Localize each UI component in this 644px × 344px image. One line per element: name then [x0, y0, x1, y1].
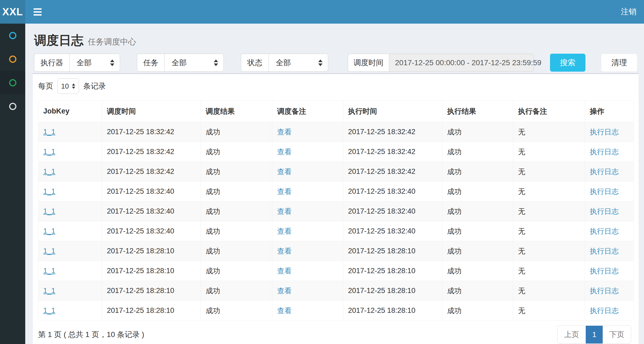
job-filter-select[interactable]: 全部 — [164, 54, 224, 72]
sidebar-item-job-manage[interactable] — [0, 47, 25, 71]
job-key-link[interactable]: 1_1 — [43, 167, 55, 175]
execution-log-link[interactable]: 执行日志 — [590, 188, 619, 196]
trigger-msg-link-cell: 查看 — [272, 202, 343, 221]
job-key-link[interactable]: 1_1 — [43, 148, 55, 156]
filter-bar: 执行器 全部 任务 全部 状态 全部 — [34, 54, 639, 72]
execution-log-link-cell: 执行日志 — [585, 241, 634, 261]
trigger-result-cell: 成功 — [201, 202, 272, 221]
status-filter-value: 全部 — [276, 58, 291, 68]
table-row: 1_12017-12-25 18:32:42成功查看2017-12-25 18:… — [38, 122, 634, 142]
pagination: 上页 1 下页 — [557, 325, 631, 344]
sidebar-item-job-log[interactable] — [0, 71, 25, 94]
trigger-time-cell: 2017-12-25 18:32:42 — [102, 142, 201, 162]
table-header-row: JobKey 调度时间 调度结果 调度备注 执行时间 执行结果 执行备注 操作 — [38, 101, 634, 122]
app-logo: XXL — [0, 0, 25, 24]
execution-log-link[interactable]: 执行日志 — [590, 148, 619, 156]
table-row: 1_12017-12-25 18:32:42成功查看2017-12-25 18:… — [38, 142, 634, 162]
handle-time-cell: 2017-12-25 18:28:10 — [343, 241, 442, 261]
table-footer: 第 1 页 ( 总共 1 页，10 条记录 ) 上页 1 下页 — [38, 325, 633, 344]
trigger-msg-link[interactable]: 查看 — [277, 168, 292, 176]
sidebar-item-dashboard[interactable] — [0, 24, 25, 47]
status-filter-select[interactable]: 全部 — [269, 54, 328, 72]
trigger-msg-link[interactable]: 查看 — [277, 188, 292, 196]
select-arrows-icon — [318, 59, 323, 66]
execution-log-link-cell: 执行日志 — [585, 202, 634, 221]
handle-time-cell: 2017-12-25 18:28:10 — [343, 301, 442, 321]
log-panel: 每页 10 条记录 JobKey 调度时间 调度结果 调度备 — [33, 73, 639, 344]
sidebar-toggle-button[interactable] — [25, 0, 50, 24]
job-key-link[interactable]: 1_1 — [43, 207, 55, 215]
execution-log-link[interactable]: 执行日志 — [590, 227, 619, 235]
handle-msg-cell: 无 — [513, 261, 585, 281]
job-key-link-cell: 1_1 — [38, 281, 102, 301]
job-key-link[interactable]: 1_1 — [43, 247, 55, 255]
handle-result-cell: 成功 — [442, 221, 513, 241]
time-range-input[interactable]: 2017-12-25 00:00:00 - 2017-12-25 23:59:5… — [389, 54, 534, 72]
trigger-result-cell: 成功 — [201, 122, 272, 142]
trigger-msg-link[interactable]: 查看 — [277, 307, 292, 315]
handle-msg-cell: 无 — [513, 122, 585, 142]
per-page-select[interactable]: 10 — [57, 78, 79, 94]
job-key-link-cell: 1_1 — [38, 122, 102, 142]
trigger-result-cell: 成功 — [201, 142, 272, 162]
execution-log-link[interactable]: 执行日志 — [590, 168, 619, 176]
trigger-msg-link[interactable]: 查看 — [277, 227, 292, 235]
page-summary: 第 1 页 ( 总共 1 页，10 条记录 ) — [38, 330, 144, 340]
execution-log-link-cell: 执行日志 — [585, 221, 634, 241]
job-key-link-cell: 1_1 — [38, 261, 102, 281]
trigger-msg-link[interactable]: 查看 — [277, 207, 292, 215]
executor-filter-value: 全部 — [77, 58, 92, 68]
execution-log-link[interactable]: 执行日志 — [590, 247, 619, 255]
search-button[interactable]: 搜索 — [550, 54, 585, 72]
handle-result-cell: 成功 — [442, 241, 513, 261]
trigger-time-cell: 2017-12-25 18:28:10 — [102, 281, 201, 301]
hamburger-icon — [34, 8, 42, 10]
handle-msg-cell: 无 — [513, 241, 585, 261]
execution-log-link[interactable]: 执行日志 — [590, 307, 619, 315]
trigger-msg-link-cell: 查看 — [272, 122, 343, 142]
trigger-msg-link[interactable]: 查看 — [277, 148, 292, 156]
clear-button[interactable]: 清理 — [601, 54, 637, 72]
job-filter-value: 全部 — [172, 58, 187, 68]
executor-filter-select[interactable]: 全部 — [69, 54, 120, 72]
current-page-button[interactable]: 1 — [586, 326, 603, 343]
trigger-time-cell: 2017-12-25 18:28:10 — [102, 241, 201, 261]
handle-msg-cell: 无 — [513, 202, 585, 221]
execution-log-link[interactable]: 执行日志 — [590, 128, 619, 136]
execution-log-link[interactable]: 执行日志 — [590, 287, 619, 295]
status-filter-group: 状态 全部 — [241, 54, 328, 72]
trigger-msg-link[interactable]: 查看 — [277, 287, 292, 295]
job-key-link[interactable]: 1_1 — [43, 187, 55, 195]
status-filter-label: 状态 — [241, 54, 269, 72]
col-header-trigger-result: 调度结果 — [201, 101, 272, 122]
job-key-link[interactable]: 1_1 — [43, 227, 55, 235]
prev-page-button[interactable]: 上页 — [558, 326, 586, 343]
job-key-link-cell: 1_1 — [38, 241, 102, 261]
trigger-result-cell: 成功 — [201, 301, 272, 321]
execution-log-link[interactable]: 执行日志 — [590, 207, 619, 215]
table-row: 1_12017-12-25 18:32:40成功查看2017-12-25 18:… — [38, 182, 634, 202]
handle-time-cell: 2017-12-25 18:28:10 — [343, 281, 442, 301]
job-key-link[interactable]: 1_1 — [43, 287, 55, 295]
sidebar-item-executor-manage[interactable] — [0, 94, 25, 118]
job-key-link[interactable]: 1_1 — [43, 306, 55, 314]
handle-result-cell: 成功 — [442, 281, 513, 301]
next-page-button[interactable]: 下页 — [603, 326, 631, 343]
execution-log-link[interactable]: 执行日志 — [590, 267, 619, 275]
trigger-msg-link[interactable]: 查看 — [277, 247, 292, 255]
handle-result-cell: 成功 — [442, 122, 513, 142]
main-layout: 调度日志 任务调度中心 执行器 全部 任务 全部 状态 — [0, 24, 644, 344]
select-arrows-icon — [214, 59, 218, 66]
logout-link[interactable]: 注销 — [613, 0, 644, 24]
job-key-link[interactable]: 1_1 — [43, 128, 55, 136]
handle-result-cell: 成功 — [442, 142, 513, 162]
trigger-msg-link-cell: 查看 — [272, 142, 343, 162]
col-header-handle-time: 执行时间 — [343, 101, 442, 122]
trigger-msg-link-cell: 查看 — [272, 182, 343, 202]
trigger-msg-link[interactable]: 查看 — [277, 267, 292, 275]
time-filter-group: 调度时间 2017-12-25 00:00:00 - 2017-12-25 23… — [348, 54, 534, 72]
per-page-prefix-label: 每页 — [38, 81, 53, 91]
handle-time-cell: 2017-12-25 18:32:40 — [343, 221, 442, 241]
job-key-link[interactable]: 1_1 — [43, 267, 55, 275]
trigger-msg-link[interactable]: 查看 — [277, 128, 292, 136]
